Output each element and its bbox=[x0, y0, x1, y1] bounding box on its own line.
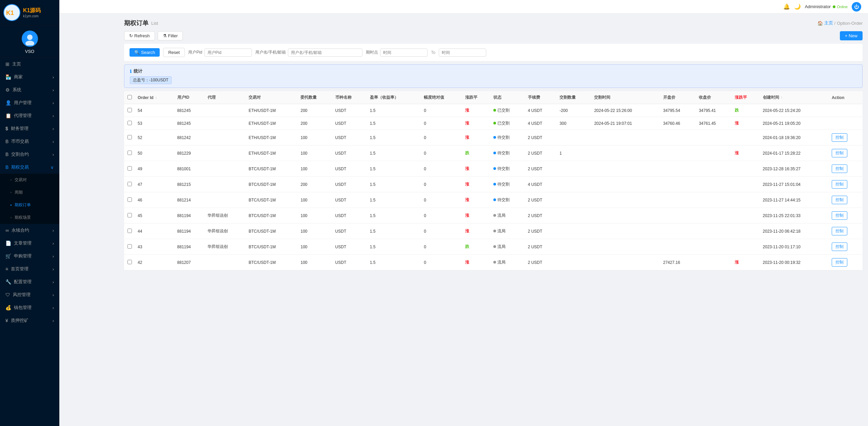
control-button[interactable]: 控制 bbox=[832, 211, 847, 220]
row-checkbox[interactable] bbox=[127, 166, 132, 171]
sidebar-item-option-order[interactable]: ● 期权订单 bbox=[0, 199, 59, 211]
sidebar-item-finance-mgmt[interactable]: $ 财务管理 › bbox=[0, 122, 59, 135]
sidebar-item-period[interactable]: ○ 周期 bbox=[0, 186, 59, 199]
col-create-time[interactable]: 创建时间 ↑ bbox=[760, 91, 829, 104]
col-label: 手续费 bbox=[528, 95, 540, 100]
cell-coin-name: USDT bbox=[333, 146, 367, 161]
sidebar-item-label: 交易对 bbox=[15, 177, 27, 183]
time-end-input[interactable] bbox=[439, 49, 486, 57]
sidebar-item-coin-trade[interactable]: B 币币交易 › bbox=[0, 135, 59, 148]
cell-create-time: 2024-05-21 19:05:20 bbox=[760, 117, 829, 130]
cell-trade-time bbox=[591, 146, 660, 161]
cell-user-id: 881194 bbox=[175, 224, 205, 239]
time-start-input[interactable] bbox=[380, 49, 428, 57]
reset-button[interactable]: Reset bbox=[163, 48, 185, 57]
sidebar-item-config-mgmt[interactable]: 🔧 配置管理 › bbox=[0, 275, 59, 288]
row-checkbox[interactable] bbox=[127, 151, 132, 155]
row-checkbox[interactable] bbox=[127, 260, 132, 264]
cell-status: 待交割 bbox=[491, 177, 525, 192]
control-button[interactable]: 控制 bbox=[832, 243, 847, 251]
notification-icon[interactable]: 🔔 bbox=[783, 3, 790, 10]
col-label: Action bbox=[832, 95, 844, 100]
cell-create-time: 2023-11-20 01:17:10 bbox=[760, 239, 829, 255]
row-checkbox[interactable] bbox=[127, 182, 132, 186]
search-button[interactable]: 🔍 Search bbox=[130, 48, 160, 57]
row-checkbox[interactable] bbox=[127, 244, 132, 249]
finance-icon: $ bbox=[5, 126, 8, 131]
cell-user-id: 881229 bbox=[175, 146, 205, 161]
row-checkbox-cell bbox=[124, 117, 135, 130]
breadcrumb-home-link[interactable]: 主页 bbox=[824, 20, 833, 26]
cell-trade-time bbox=[591, 130, 660, 146]
cell-create-time: 2023-12-28 16:35:27 bbox=[760, 161, 829, 177]
sidebar-item-purchase-mgmt[interactable]: 🛒 申购管理 › bbox=[0, 250, 59, 263]
cell-rise-fall: 涨 bbox=[462, 192, 491, 208]
cell-coin-name: USDT bbox=[333, 104, 367, 117]
cell-status: 待交割 bbox=[491, 161, 525, 177]
sidebar-item-mining[interactable]: ¥ 质押挖矿 › bbox=[0, 314, 59, 327]
row-checkbox[interactable] bbox=[127, 229, 132, 233]
cell-trade-pair: BTC/USDT-1M bbox=[246, 192, 298, 208]
control-button[interactable]: 控制 bbox=[832, 258, 847, 267]
control-button[interactable]: 控制 bbox=[832, 164, 847, 173]
cell-amplitude: 0 bbox=[421, 208, 462, 224]
row-checkbox[interactable] bbox=[127, 213, 132, 217]
sidebar-item-homepage-mgmt[interactable]: ≡ 首页管理 › bbox=[0, 263, 59, 275]
control-button[interactable]: 控制 bbox=[832, 180, 847, 189]
sidebar-item-contract-trade[interactable]: B 交割合约 › bbox=[0, 148, 59, 161]
sidebar-item-perpetual[interactable]: ∞ 永续合约 › bbox=[0, 224, 59, 237]
cell-trade-pair: BTC/USDT-1M bbox=[246, 239, 298, 255]
sidebar-item-home[interactable]: ⊞ 主页 bbox=[0, 58, 59, 71]
cell-trade-qty bbox=[557, 239, 591, 255]
cell-rise-fall2 bbox=[732, 224, 760, 239]
new-button[interactable]: + New bbox=[840, 31, 863, 40]
user-name-input[interactable] bbox=[288, 49, 362, 57]
row-checkbox-cell bbox=[124, 192, 135, 208]
sidebar-item-option-trade[interactable]: B 期权交易 ∨ bbox=[0, 161, 59, 174]
cell-status: 已交割 bbox=[491, 117, 525, 130]
cell-close-price bbox=[696, 255, 732, 270]
refresh-icon: ↻ bbox=[129, 33, 133, 38]
control-button[interactable]: 控制 bbox=[832, 227, 847, 235]
row-checkbox[interactable] bbox=[127, 197, 132, 202]
control-button[interactable]: 控制 bbox=[832, 149, 847, 157]
cell-create-time: 2023-11-20 06:42:18 bbox=[760, 224, 829, 239]
sidebar-item-agent-mgmt[interactable]: 📋 代理管理 › bbox=[0, 109, 59, 122]
row-checkbox[interactable] bbox=[127, 121, 132, 125]
user-pid-input[interactable] bbox=[204, 49, 252, 57]
cell-trade-qty: 1 bbox=[557, 146, 591, 161]
filter-button[interactable]: ⚗ Filter bbox=[158, 31, 183, 40]
sidebar-item-trade-pair[interactable]: ○ 交易对 bbox=[0, 174, 59, 186]
cell-open-price bbox=[660, 224, 696, 239]
theme-icon[interactable]: 🌙 bbox=[794, 3, 801, 10]
risk-icon: 🛡 bbox=[5, 292, 10, 297]
sidebar-item-user-mgmt[interactable]: 👤 用户管理 › bbox=[0, 96, 59, 109]
sidebar-item-merchant[interactable]: 🏪 商家 › bbox=[0, 71, 59, 83]
cell-open-price bbox=[660, 146, 696, 161]
control-button[interactable]: 控制 bbox=[832, 133, 847, 142]
status-dot bbox=[493, 152, 496, 154]
table-row: 54 881245 ETH/USDT-1M 200 USDT 1.5 0 涨 已… bbox=[124, 104, 863, 117]
col-order-id[interactable]: Order Id ↑ bbox=[135, 91, 175, 104]
row-checkbox[interactable] bbox=[127, 135, 132, 139]
cell-trade-pair: ETH/USDT-1M bbox=[246, 146, 298, 161]
cell-amplitude: 0 bbox=[421, 255, 462, 270]
refresh-button[interactable]: ↻ Refresh bbox=[124, 31, 155, 40]
power-button[interactable]: ⏻ bbox=[852, 2, 861, 12]
cell-agent bbox=[205, 192, 246, 208]
cell-rise-fall: 涨 bbox=[462, 224, 491, 239]
sidebar-item-wallet-mgmt[interactable]: 💰 钱包管理 › bbox=[0, 301, 59, 314]
cell-create-time: 2023-11-27 14:44:15 bbox=[760, 192, 829, 208]
sidebar-item-risk-ctrl[interactable]: 🛡 风控管理 › bbox=[0, 288, 59, 301]
select-all-checkbox[interactable] bbox=[127, 95, 132, 99]
row-checkbox[interactable] bbox=[127, 108, 132, 112]
time-label: 期时点 bbox=[366, 50, 378, 55]
col-user-id: 用户ID bbox=[175, 91, 205, 104]
sidebar-item-label: 用户管理 bbox=[14, 100, 32, 106]
agent-icon: 📋 bbox=[5, 113, 11, 118]
sidebar-item-article-mgmt[interactable]: 📄 文章管理 › bbox=[0, 237, 59, 250]
control-button[interactable]: 控制 bbox=[832, 196, 847, 204]
sidebar-item-system[interactable]: ⚙ 系统 › bbox=[0, 83, 59, 96]
cell-trade-time bbox=[591, 192, 660, 208]
sidebar-item-option-scene[interactable]: ○ 期权场景 bbox=[0, 211, 59, 224]
